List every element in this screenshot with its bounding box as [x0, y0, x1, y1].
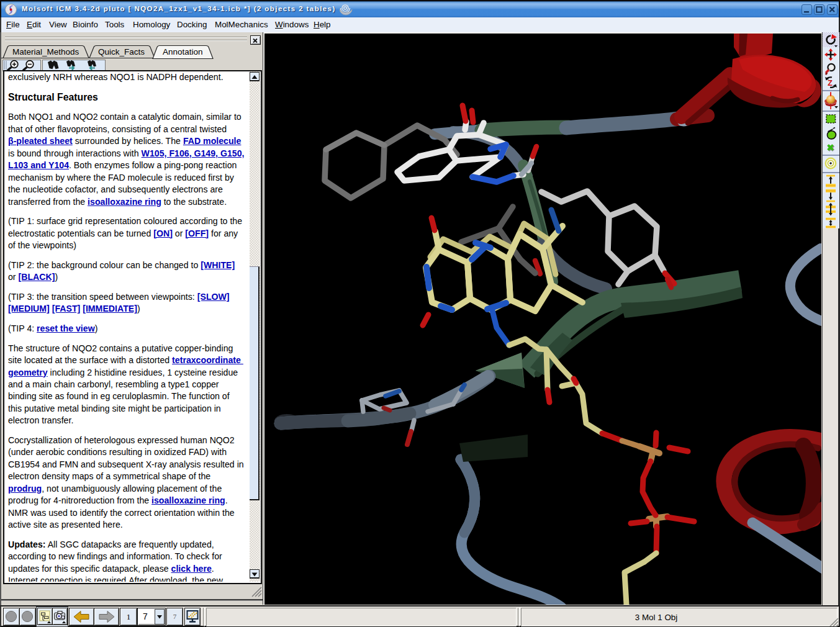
svg-text:Annotation: Annotation	[163, 47, 203, 56]
svg-text:Material_Methods: Material_Methods	[12, 47, 79, 56]
svg-text:Quick_Facts: Quick_Facts	[98, 47, 145, 56]
svg-text:Z: Z	[828, 78, 833, 88]
